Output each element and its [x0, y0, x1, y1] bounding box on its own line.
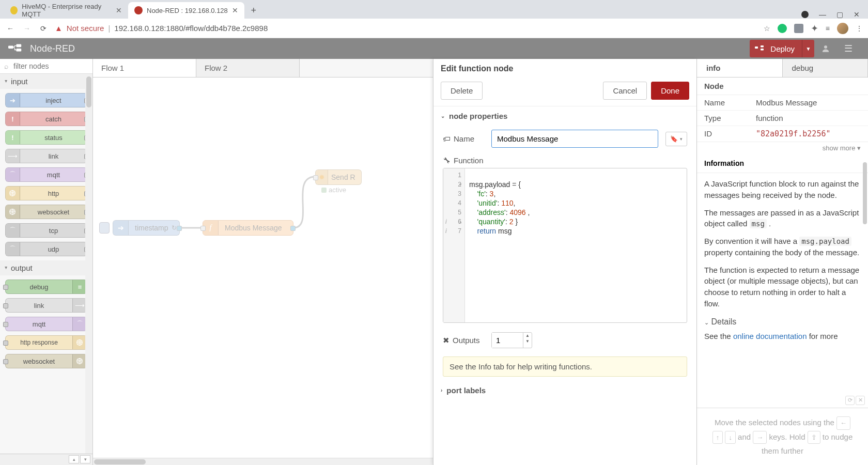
menu-icon[interactable]: ☰: [837, 38, 860, 59]
online-documentation-link[interactable]: online documentation: [733, 332, 807, 340]
filter-nodes-input[interactable]: [4, 62, 88, 70]
close-icon[interactable]: ✕: [116, 6, 122, 14]
name-input[interactable]: [491, 130, 658, 148]
cancel-button[interactable]: Cancel: [603, 82, 647, 100]
browser-tab-hivemq[interactable]: HiveMQ - Enterprise ready MQTT ✕: [4, 2, 128, 19]
account-icon[interactable]: [801, 11, 809, 18]
svg-point-6: [824, 45, 827, 49]
nodered-logo-icon: [8, 44, 23, 53]
palette-category-input[interactable]: ▸ input: [0, 74, 92, 89]
hint-refresh-icon[interactable]: ⟳: [845, 396, 855, 405]
browser-tab-nodered[interactable]: Node-RED : 192.168.0.128 ✕: [128, 2, 244, 19]
node-properties-table: NameModbus Message Typefunction ID"82a02…: [697, 95, 868, 142]
stepper-down[interactable]: ▼: [523, 338, 532, 344]
minimize-icon[interactable]: —: [819, 10, 826, 19]
palette-node-debug[interactable]: debug≡: [5, 280, 87, 294]
palette-search: [0, 59, 92, 74]
svg-rect-0: [8, 45, 13, 49]
bookmark-icon-button[interactable]: 🔖▾: [665, 132, 687, 146]
palette-node-http[interactable]: 🌐︎http: [5, 186, 87, 200]
palette-node-mqtt-out[interactable]: mqtt⌒: [5, 317, 87, 331]
key-shift-icon: ⇧: [808, 431, 820, 444]
done-button[interactable]: Done: [651, 82, 689, 100]
palette-node-http-response[interactable]: http response🌐︎: [5, 335, 87, 350]
reading-list-icon[interactable]: ≡: [826, 24, 830, 33]
outputs-input[interactable]: [492, 333, 523, 348]
url-bar: ← → ⟳ ▲ Not secure | 192.168.0.128:1880/…: [0, 19, 868, 38]
palette: ▸ input ➔inject !catch !status ⟶link ⌒mq…: [0, 59, 93, 465]
hint-controls: ⟳ ✕: [845, 396, 865, 405]
palette-collapse-up-button[interactable]: ▴: [69, 455, 79, 463]
address-bar[interactable]: ▲ Not secure | 192.168.0.128:1880/#flow/…: [55, 24, 757, 33]
show-more-link[interactable]: show more ▾: [697, 142, 868, 154]
palette-node-mqtt[interactable]: ⌒mqtt: [5, 167, 87, 182]
palette-node-websocket[interactable]: 🌐︎websocket: [5, 205, 87, 219]
browser-tab-strip: HiveMQ - Enterprise ready MQTT ✕ Node-RE…: [0, 0, 868, 19]
tray-body: ⌄ node properties 🏷︎Name 🔖▾ 🔧︎Function 1…: [433, 106, 696, 465]
bookmark-icon: 🔖: [670, 135, 678, 143]
close-icon[interactable]: ✕: [232, 6, 238, 14]
node-properties-toggle[interactable]: ⌄ node properties: [433, 106, 696, 126]
palette-node-status[interactable]: !status: [5, 130, 87, 145]
extensions-icon[interactable]: ✦: [811, 23, 818, 34]
palette-node-link[interactable]: ⟶link: [5, 149, 87, 163]
bookmark-icon[interactable]: ☆: [764, 24, 770, 33]
forward-button[interactable]: →: [22, 24, 32, 33]
port-labels-toggle[interactable]: › port labels: [433, 381, 696, 400]
tab-title: HiveMQ - Enterprise ready MQTT: [22, 3, 112, 18]
palette-node-udp[interactable]: ⌒udp: [5, 242, 87, 256]
details-toggle[interactable]: ⌄ Details: [704, 316, 861, 328]
url-actions: ☆ ✦ ≡ ⋮: [764, 23, 863, 34]
editor-content[interactable]: msg.payload = { 'fc': 3, 'unitid': 110, …: [465, 168, 687, 322]
function-editor[interactable]: 1 2▾ 3 4 5 i6▴ i7 msg.payload = { 'fc': …: [443, 168, 687, 323]
prop-row-id: ID"82a0219f.b2256": [697, 126, 868, 142]
deploy-button[interactable]: Deploy: [750, 40, 802, 57]
sidebar-scrollbar[interactable]: [862, 162, 868, 266]
delete-button[interactable]: Delete: [441, 82, 483, 100]
prop-row-name: NameModbus Message: [697, 95, 868, 110]
palette-node-inject[interactable]: ➔inject: [5, 93, 87, 107]
deploy-dropdown[interactable]: ▼: [802, 40, 814, 57]
app-title: Node-RED: [30, 43, 75, 54]
flow-tab-2[interactable]: Flow 2: [196, 59, 300, 77]
palette-collapse-down-button[interactable]: ▾: [80, 455, 90, 463]
info-paragraph: See the online documentation for more: [704, 331, 861, 342]
back-button[interactable]: ←: [5, 24, 16, 33]
sidebar-section-information: Information: [697, 154, 868, 173]
info-paragraph: The messages are passed in as a JavaScri…: [704, 207, 861, 230]
palette-footer: ▴ ▾: [0, 454, 92, 465]
extension-icon[interactable]: [794, 24, 803, 33]
flow-tab-1[interactable]: Flow 1: [93, 59, 196, 77]
maximize-icon[interactable]: ▢: [836, 10, 843, 19]
stepper-up[interactable]: ▲: [523, 333, 532, 338]
chrome-menu-icon[interactable]: ⋮: [856, 24, 863, 33]
bridge-icon: ⌒: [76, 319, 83, 329]
key-up-icon: ↑: [712, 431, 723, 444]
outputs-stepper[interactable]: ▲▼: [491, 332, 532, 348]
palette-node-tcp[interactable]: ⌒tcp: [5, 223, 87, 238]
palette-node-websocket-out[interactable]: websocket🌐︎: [5, 354, 87, 368]
user-icon[interactable]: [814, 38, 837, 59]
new-tab-button[interactable]: +: [246, 3, 261, 18]
tray-title: Edit function node: [433, 59, 696, 79]
name-row: 🏷︎Name 🔖▾: [433, 126, 696, 152]
close-window-icon[interactable]: ✕: [854, 10, 860, 19]
sidebar-tab-info[interactable]: info: [697, 59, 783, 77]
sidebar-hint: ⟳ ✕ Move the selected nodes using the ← …: [697, 408, 868, 465]
info-paragraph: The function is expected to return a mes…: [704, 265, 861, 309]
extension-grammarly-icon[interactable]: [778, 24, 787, 33]
sidebar-tab-debug[interactable]: debug: [783, 59, 869, 77]
palette-category-output[interactable]: ▸ output: [0, 260, 92, 275]
link-in-icon: ⟶: [8, 152, 18, 160]
security-status: Not secure: [67, 24, 104, 33]
alert-icon: !: [11, 115, 13, 123]
chevron-down-icon: ⌄: [704, 319, 709, 326]
key-down-icon: ↓: [725, 431, 736, 444]
svg-rect-4: [761, 45, 764, 48]
profile-avatar[interactable]: [837, 23, 848, 34]
palette-node-link-out[interactable]: link⟶: [5, 298, 87, 313]
palette-node-catch[interactable]: !catch: [5, 112, 87, 126]
palette-scrollbar[interactable]: [85, 75, 92, 454]
reload-button[interactable]: ⟳: [38, 24, 49, 33]
hint-close-icon[interactable]: ✕: [856, 396, 865, 405]
